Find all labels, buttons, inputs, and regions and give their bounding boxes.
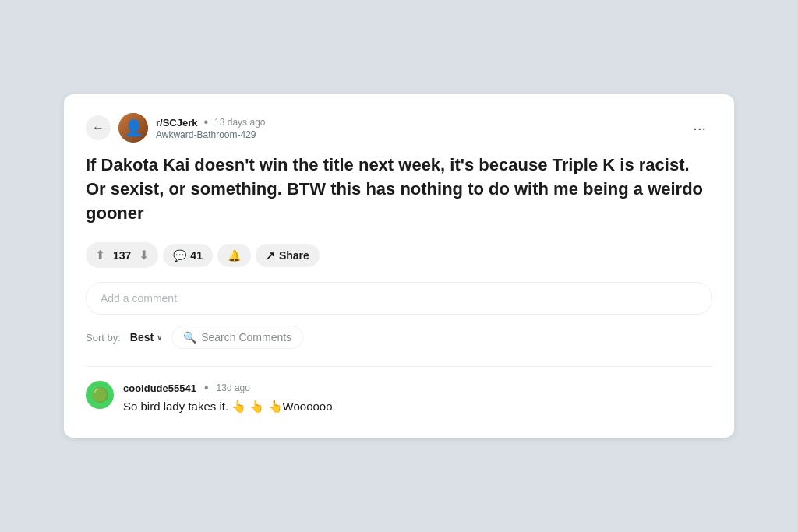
more-icon: ··· xyxy=(693,119,706,136)
post-card: ← r/SCJerk • 13 days ago Awkward-Bathroo… xyxy=(64,94,734,438)
comment-icon: 💬 xyxy=(173,249,186,262)
search-icon: 🔍 xyxy=(183,331,196,344)
action-bar: ⬆ 137 ⬇ 💬 41 🔔 ↗ Share xyxy=(86,242,712,268)
vote-group: ⬆ 137 ⬇ xyxy=(86,242,158,268)
post-timestamp: 13 days ago xyxy=(214,117,265,128)
more-options-button[interactable]: ··· xyxy=(687,116,712,140)
comment-text: So bird lady takes it. 👆 👆 👆Woooooo xyxy=(123,398,712,416)
upvote-icon: ⬆ xyxy=(95,248,105,262)
post-header-left: ← r/SCJerk • 13 days ago Awkward-Bathroo… xyxy=(86,113,265,143)
award-button[interactable]: 🔔 xyxy=(217,244,251,267)
sort-value: Best xyxy=(130,331,154,344)
post-meta: r/SCJerk • 13 days ago Awkward-Bathroom-… xyxy=(156,115,265,140)
sort-label: Sort by: xyxy=(86,332,121,344)
post-username[interactable]: Awkward-Bathroom-429 xyxy=(156,129,265,140)
comment-meta: cooldude55541 • 13d ago xyxy=(123,381,712,395)
share-label: Share xyxy=(279,249,309,262)
downvote-icon: ⬇ xyxy=(139,248,149,262)
search-placeholder: Search Comments xyxy=(201,331,291,344)
chevron-down-icon: ∨ xyxy=(157,333,162,342)
share-icon: ↗ xyxy=(266,249,275,262)
comment-input-container xyxy=(86,282,712,315)
downvote-button[interactable]: ⬇ xyxy=(134,245,154,265)
back-button[interactable]: ← xyxy=(86,115,111,140)
search-comments-button[interactable]: 🔍 Search Comments xyxy=(171,326,303,349)
comment-separator: • xyxy=(204,381,209,395)
comment-item: 🟢 cooldude55541 • 13d ago So bird lady t… xyxy=(86,381,712,416)
upvote-button[interactable]: ⬆ xyxy=(90,245,110,265)
comment-count: 41 xyxy=(190,249,203,262)
separator-dot: • xyxy=(203,115,208,129)
post-meta-top: r/SCJerk • 13 days ago xyxy=(156,115,265,129)
avatar-image xyxy=(118,113,148,143)
sort-bar: Sort by: Best ∨ 🔍 Search Comments xyxy=(86,326,712,349)
comment-section: 🟢 cooldude55541 • 13d ago So bird lady t… xyxy=(86,366,712,416)
share-button[interactable]: ↗ Share xyxy=(256,244,320,267)
vote-count: 137 xyxy=(110,249,134,262)
sort-select-button[interactable]: Best ∨ xyxy=(130,331,162,344)
avatar xyxy=(118,113,148,143)
back-icon: ← xyxy=(92,121,104,135)
award-icon: 🔔 xyxy=(228,249,241,262)
comment-time: 13d ago xyxy=(217,382,250,393)
comment-author[interactable]: cooldude55541 xyxy=(123,382,196,394)
post-header: ← r/SCJerk • 13 days ago Awkward-Bathroo… xyxy=(86,113,712,143)
comment-body: cooldude55541 • 13d ago So bird lady tak… xyxy=(123,381,712,416)
comment-button[interactable]: 💬 41 xyxy=(163,244,213,267)
comment-avatar: 🟢 xyxy=(86,381,114,409)
post-title: If Dakota Kai doesn't win the title next… xyxy=(86,153,712,225)
comment-input[interactable] xyxy=(86,282,712,315)
subreddit-name[interactable]: r/SCJerk xyxy=(156,117,197,129)
